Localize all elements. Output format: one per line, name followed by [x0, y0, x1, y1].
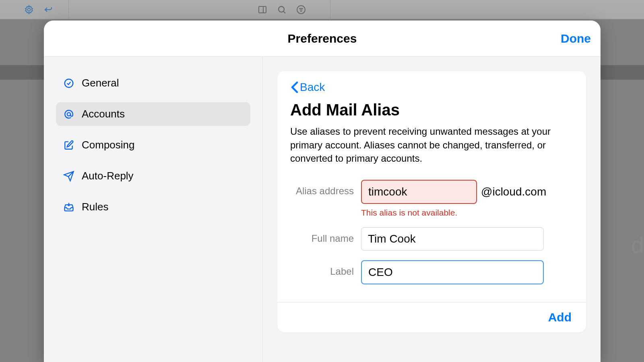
- modal-title: Preferences: [288, 32, 357, 45]
- fullname-row: Full name: [290, 227, 573, 251]
- sidebar-item-rules[interactable]: Rules: [56, 195, 250, 219]
- fullname-label: Full name: [290, 227, 361, 244]
- sidebar-item-general[interactable]: General: [56, 71, 250, 95]
- sidebar-item-label: Auto-Reply: [82, 170, 134, 182]
- preferences-modal: Preferences Done General: [44, 21, 601, 362]
- page-heading: Add Mail Alias: [290, 101, 573, 119]
- svg-point-9: [65, 79, 73, 87]
- modal-header: Preferences Done: [44, 21, 601, 57]
- alias-error-text: This alias is not available.: [361, 208, 573, 218]
- compose-icon: [63, 140, 74, 151]
- sidebar-item-label: Rules: [82, 201, 108, 213]
- done-button[interactable]: Done: [561, 32, 591, 45]
- svg-point-10: [67, 112, 70, 115]
- alias-address-input[interactable]: [361, 180, 477, 204]
- sidebar-item-composing[interactable]: Composing: [56, 133, 250, 157]
- label-field-label: Label: [290, 260, 361, 277]
- checkmark-circle-icon: [63, 78, 74, 89]
- sidebar-item-label: Composing: [82, 139, 135, 151]
- at-icon: [63, 109, 74, 120]
- alias-card: Back Add Mail Alias Use aliases to preve…: [277, 71, 586, 332]
- alias-address-label: Alias address: [290, 180, 361, 197]
- fullname-input[interactable]: [361, 227, 544, 251]
- sidebar-item-label: General: [82, 77, 119, 89]
- content-area: Back Add Mail Alias Use aliases to preve…: [263, 57, 601, 362]
- back-button[interactable]: Back: [290, 81, 573, 94]
- sidebar-item-accounts[interactable]: Accounts: [56, 102, 250, 126]
- label-input[interactable]: [361, 260, 544, 284]
- bg-partial-text: d: [631, 231, 644, 258]
- card-main: Back Add Mail Alias Use aliases to preve…: [277, 71, 586, 302]
- label-row: Label: [290, 260, 573, 284]
- domain-suffix: @icloud.com: [481, 185, 546, 198]
- card-footer: Add: [277, 302, 586, 332]
- back-label: Back: [300, 81, 325, 94]
- preferences-sidebar: General Accounts Composi: [44, 57, 263, 362]
- sidebar-item-autoreply[interactable]: Auto-Reply: [56, 164, 250, 188]
- alias-row: Alias address @icloud.com This alias is …: [290, 180, 573, 218]
- tray-icon: [63, 202, 74, 213]
- description-text: Use aliases to prevent receiving unwante…: [290, 125, 573, 165]
- modal-body: General Accounts Composi: [44, 57, 601, 362]
- sidebar-item-label: Accounts: [82, 108, 125, 120]
- add-button[interactable]: Add: [548, 311, 572, 324]
- airplane-icon: [63, 171, 74, 182]
